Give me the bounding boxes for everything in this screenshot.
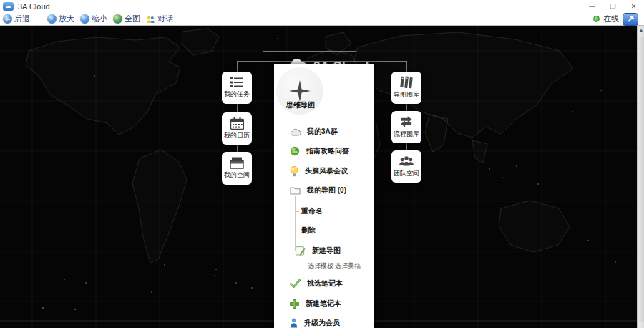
panel-title: 思维导图 (274, 100, 327, 110)
menu-item-upgrade-member[interactable]: 升级为会员 (290, 317, 340, 328)
bulb-icon (290, 166, 298, 177)
online-status-icon (593, 16, 600, 22)
compass-star-icon (289, 80, 311, 102)
app-logo-icon: ☁ (3, 2, 14, 11)
plus-icon (290, 299, 299, 309)
connector-right-2 (406, 143, 407, 150)
menu-item-my-maps[interactable]: 我的导图 (0) (290, 185, 346, 196)
node-my-space[interactable]: 我的空间 (222, 152, 252, 185)
option-choose-template[interactable]: 选择模板 (308, 261, 333, 271)
chat-people-icon (146, 15, 155, 24)
menu-item-new-notebook[interactable]: 新建笔记本 (290, 298, 341, 309)
globe-full-view-icon (113, 14, 122, 24)
zoom-in-icon: + (47, 14, 57, 24)
mind-map-panel: 思维导图 我的3A群 指南攻略问答 (274, 64, 374, 328)
node-my-calendar[interactable]: 我的日历 (222, 112, 252, 145)
tree-stub-1 (295, 211, 299, 212)
launcher-button[interactable] (623, 13, 638, 26)
new-map-icon (296, 246, 306, 256)
team-icon (399, 155, 414, 168)
menu-item-guide-qa[interactable]: 指南攻略问答 (290, 145, 349, 157)
menu-item-pick-notebook[interactable]: 挑选笔记本 (290, 278, 343, 289)
node-map-gallery[interactable]: 导图图库 (391, 72, 421, 104)
window-title: 3A Cloud (18, 2, 50, 11)
connector-left-drop (237, 61, 238, 72)
tree-stub-2 (295, 231, 299, 231)
node-my-tasks[interactable]: 我的任务 (222, 72, 252, 104)
workspace-icon (230, 157, 244, 169)
node-team-space[interactable]: 团队空间 (391, 150, 421, 183)
library-icon (399, 76, 414, 89)
zoom-out-button[interactable]: − 缩小 (80, 14, 107, 25)
connector-right-drop (406, 61, 407, 72)
logo-underline (263, 51, 356, 52)
close-button[interactable]: ✕ (623, 0, 644, 13)
zoom-in-button[interactable]: + 放大 (47, 14, 74, 25)
menu-item-new-map[interactable]: 新建导图 (296, 245, 341, 256)
maximize-button[interactable]: ❐ (602, 0, 623, 13)
cloud-icon (290, 128, 301, 136)
member-icon (290, 318, 298, 328)
toolbar: ➜ 后退 + 放大 − 缩小 全图 对话 (0, 13, 644, 26)
menu-item-my-3a-group[interactable]: 我的3A群 (290, 126, 338, 138)
vertical-scrollbar[interactable]: ▲ (637, 26, 644, 328)
option-choose-draft[interactable]: 选择美稿 (335, 261, 361, 271)
connector-left-2 (237, 145, 238, 152)
check-icon (290, 279, 301, 288)
tree-line (295, 196, 296, 251)
chat-button[interactable]: 对话 (146, 14, 173, 25)
menu-item-brainstorm[interactable]: 头脑风暴会议 (290, 165, 348, 177)
back-button[interactable]: ➜ 后退 (3, 14, 30, 25)
hammer-icon (626, 15, 635, 24)
app-window: ☁ 3A Cloud — ❐ ✕ ➜ 后退 + 放大 − 缩小 全图 (0, 0, 644, 328)
online-status-label: 在线 (603, 14, 619, 24)
task-list-icon (230, 77, 243, 88)
scrollbar-thumb[interactable] (638, 37, 644, 322)
calendar-icon (230, 117, 244, 130)
full-view-button[interactable]: 全图 (113, 14, 140, 25)
minimize-button[interactable]: — (582, 0, 602, 13)
zoom-out-icon: − (80, 14, 89, 24)
menu-item-delete[interactable]: 删除 (301, 226, 316, 236)
menu-item-rename[interactable]: 重命名 (301, 206, 323, 216)
globe-icon (290, 146, 300, 156)
flow-arrows-icon (399, 116, 414, 128)
connector-left-1 (237, 103, 238, 112)
back-icon: ➜ (3, 14, 12, 24)
titlebar: ☁ 3A Cloud — ❐ ✕ (0, 0, 644, 13)
connector-right-1 (406, 103, 407, 111)
scrollbar-up-icon[interactable]: ▲ (638, 27, 644, 36)
node-flow-gallery[interactable]: 流程图库 (391, 111, 421, 143)
folder-icon (290, 186, 301, 195)
